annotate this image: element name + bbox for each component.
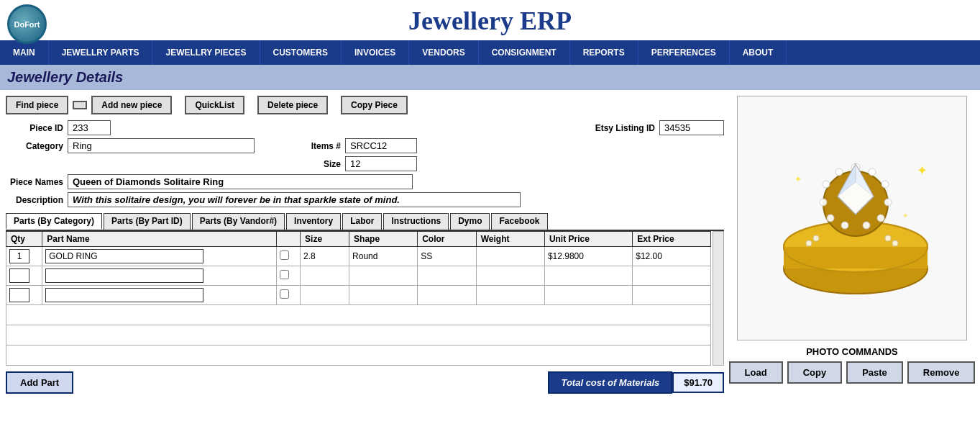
- nav-vendors[interactable]: VENDORS: [409, 40, 478, 65]
- svg-point-21: [892, 240, 898, 246]
- svg-point-22: [885, 235, 891, 241]
- row-checkbox-2[interactable]: [280, 270, 289, 279]
- table-row: [6, 266, 711, 286]
- page-title: Jewellery Details: [0, 65, 980, 90]
- size-cell-3: [301, 286, 349, 305]
- nav-jewellry-pieces[interactable]: JEWELLRY PIECES: [152, 40, 260, 65]
- nav-consignment[interactable]: CONSIGNMENT: [479, 40, 570, 65]
- find-piece-button[interactable]: Find piece: [6, 96, 68, 114]
- copy-piece-button[interactable]: Copy Piece: [341, 96, 408, 114]
- svg-point-9: [877, 214, 884, 222]
- find-piece-nav-button[interactable]: [73, 101, 87, 109]
- nav-invoices[interactable]: INVOICES: [342, 40, 409, 65]
- table-row-empty: [6, 305, 711, 325]
- qty-input-2[interactable]: [9, 268, 29, 283]
- photo-paste-button[interactable]: Paste: [846, 361, 903, 384]
- etsy-listing-id-input[interactable]: [659, 120, 724, 135]
- tab-instructions[interactable]: Instructions: [383, 213, 449, 230]
- add-part-button[interactable]: Add Part: [6, 371, 73, 394]
- ext-price-cell-1: $12.00: [633, 247, 711, 266]
- svg-point-15: [863, 222, 870, 229]
- shape-cell-2: [349, 266, 418, 286]
- quicklist-button[interactable]: QuickList: [185, 96, 244, 114]
- items-label: Items #: [298, 141, 341, 151]
- col-part-name: Part Name: [42, 232, 277, 247]
- table-row-empty: [6, 325, 711, 346]
- add-new-piece-button[interactable]: Add new piece: [91, 96, 172, 114]
- weight-cell-3: [476, 286, 544, 305]
- col-qty: Qty: [6, 232, 42, 247]
- size-cell-2: [301, 266, 349, 286]
- col-unit-price: Unit Price: [544, 232, 632, 247]
- qty-input-3[interactable]: [9, 288, 29, 302]
- svg-text:✦: ✦: [794, 174, 802, 184]
- table-row: [6, 286, 711, 305]
- nav-jewellry-parts[interactable]: JEWELLRY PARTS: [49, 40, 153, 65]
- total-cost-label-button[interactable]: Total cost of Materials: [548, 371, 672, 394]
- shape-cell-1: Round: [349, 247, 418, 266]
- qty-input-1[interactable]: [9, 249, 29, 263]
- color-cell-3: [418, 286, 477, 305]
- unit-price-cell-1: $12.9800: [544, 247, 632, 266]
- size-input[interactable]: [345, 156, 417, 171]
- app-logo: DoFort: [7, 4, 47, 44]
- piece-id-label: Piece ID: [6, 123, 63, 133]
- row-checkbox-3[interactable]: [280, 289, 289, 299]
- ring-image: ✦ ✦ ✦: [744, 110, 960, 326]
- tab-inventory[interactable]: Inventory: [286, 213, 341, 230]
- part-name-input-2[interactable]: [45, 268, 203, 283]
- tab-parts-by-category[interactable]: Parts (By Category): [6, 213, 102, 230]
- items-input[interactable]: [345, 138, 417, 153]
- total-cost-value: $91.70: [672, 372, 724, 393]
- nav-main[interactable]: MAIN: [0, 40, 49, 65]
- table-row: 2.8 Round SS $12.9800 $12.00: [6, 247, 711, 266]
- part-name-input-3[interactable]: [45, 288, 203, 302]
- parts-table: Qty Part Name Size Shape Color Weight Un…: [6, 231, 711, 366]
- photo-load-button[interactable]: Load: [729, 361, 783, 384]
- tab-parts-by-part-id[interactable]: Parts (By Part ID): [104, 213, 191, 230]
- piece-names-input[interactable]: [68, 174, 413, 189]
- category-input[interactable]: [68, 138, 255, 153]
- part-name-input-1[interactable]: [45, 249, 203, 263]
- tab-dymo[interactable]: Dymo: [450, 213, 490, 230]
- svg-point-12: [820, 199, 827, 206]
- svg-point-7: [881, 181, 889, 188]
- col-weight: Weight: [476, 232, 544, 247]
- nav-customers[interactable]: CUSTOMERS: [260, 40, 342, 65]
- nav-perferences[interactable]: PERFERENCES: [638, 40, 730, 65]
- nav-bar: MAIN JEWELLRY PARTS JEWELLRY PIECES CUST…: [0, 40, 980, 65]
- col-size: Size: [301, 232, 349, 247]
- ext-price-cell-3: [633, 286, 711, 305]
- description-input[interactable]: [68, 192, 521, 207]
- svg-text:✦: ✦: [917, 163, 928, 178]
- svg-point-20: [813, 235, 819, 241]
- shape-cell-3: [349, 286, 418, 305]
- nav-about[interactable]: ABOUT: [730, 40, 787, 65]
- photo-copy-button[interactable]: Copy: [787, 361, 843, 384]
- svg-point-10: [835, 168, 843, 176]
- nav-reports[interactable]: REPORTS: [570, 40, 638, 65]
- svg-point-11: [823, 181, 830, 188]
- unit-price-cell-2: [544, 266, 632, 286]
- tab-labor[interactable]: Labor: [342, 213, 382, 230]
- col-checkbox-header: [277, 232, 301, 247]
- parts-tabs: Parts (By Category) Parts (By Part ID) P…: [6, 213, 724, 231]
- svg-point-13: [827, 214, 834, 222]
- color-cell-2: [418, 266, 477, 286]
- tab-parts-by-vandor[interactable]: Parts (By Vandor#): [192, 213, 285, 230]
- row-checkbox-1[interactable]: [280, 250, 289, 260]
- unit-price-cell-3: [544, 286, 632, 305]
- table-scrollbar[interactable]: [713, 231, 724, 366]
- svg-point-8: [884, 199, 892, 206]
- weight-cell-1: [476, 247, 544, 266]
- photo-remove-button[interactable]: Remove: [907, 361, 976, 384]
- svg-text:✦: ✦: [902, 212, 908, 220]
- delete-piece-button[interactable]: Delete piece: [257, 96, 328, 114]
- piece-id-input[interactable]: [68, 120, 111, 135]
- tab-facebook[interactable]: Facebook: [491, 213, 547, 230]
- col-ext-price: Ext Price: [633, 232, 711, 247]
- etsy-listing-id-label: Etsy Listing ID: [576, 123, 655, 133]
- photo-area: ✦ ✦ ✦: [737, 96, 967, 340]
- col-color: Color: [418, 232, 477, 247]
- ext-price-cell-2: [633, 266, 711, 286]
